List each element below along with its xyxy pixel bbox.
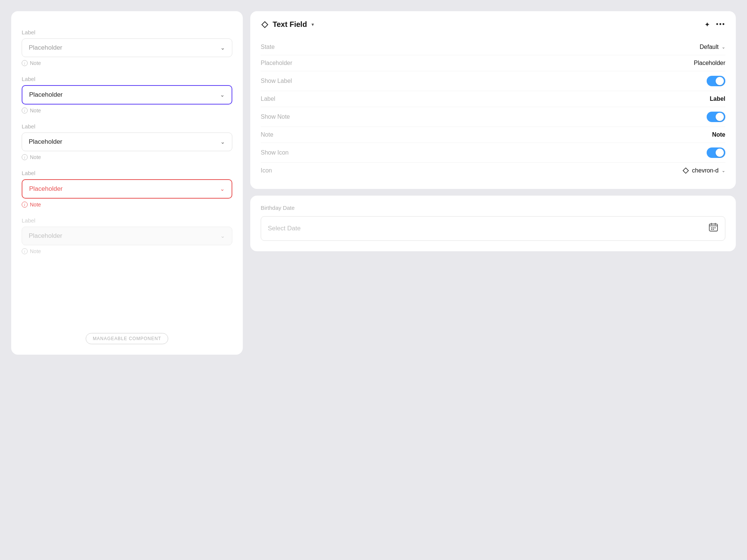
select-placeholder-1: Placeholder [29,44,62,52]
note-row-3: i Note [22,154,232,160]
panel-title-chevron-icon[interactable]: ▾ [311,22,314,27]
prop-row-state: State Default ⌄ [261,39,725,55]
prop-value-state[interactable]: Default ⌄ [700,44,725,50]
select-placeholder-5: Placeholder [29,232,62,240]
date-panel: Birthday Date Select Date [250,196,736,251]
note-text-2: Note [30,108,41,113]
prop-label-icon: Icon [261,167,309,174]
chevron-down-icon-4: ⌄ [220,186,225,192]
toggle-show-label[interactable] [707,76,725,86]
left-panel: Label Placeholder ⌄ i Note Label Placeho… [11,11,243,355]
chevron-down-icon-3: ⌄ [220,139,225,145]
field-label-3: Label [22,123,232,130]
field-group-normal: Label Placeholder ⌄ i Note [22,116,232,162]
svg-rect-7 [713,227,714,228]
note-text-5: Note [30,248,41,254]
prop-icon-diamond-icon [682,167,689,174]
manageable-badge: MANAGEABLE COMPONENT [86,333,168,344]
prop-row-show-note: Show Note [261,107,725,127]
select-placeholder-4: Placeholder [29,185,63,193]
prop-row-label: Label Label [261,91,725,107]
info-icon-1: i [22,60,28,66]
note-row-5: i Note [22,248,232,254]
svg-marker-0 [262,22,268,28]
toggle-show-note[interactable] [707,112,725,122]
toggle-show-icon[interactable] [707,147,725,158]
panel-header-actions: ✦ ••• [704,21,725,29]
select-disabled: Placeholder ⌄ [22,227,232,245]
chevron-down-icon-1: ⌄ [220,44,225,51]
field-group-active: Label Placeholder ⌄ i Note [22,69,232,115]
info-icon-3: i [22,154,28,160]
field-group-error: Label Placeholder ⌄ i Note [22,163,232,209]
date-input-row[interactable]: Select Date [261,216,725,241]
select-active[interactable]: Placeholder ⌄ [22,85,232,105]
prop-label-placeholder: Placeholder [261,60,309,66]
right-panel: Text Field ▾ ✦ ••• State Default ⌄ Place… [250,11,736,251]
note-row-1: i Note [22,60,232,66]
chevron-down-icon-2: ⌄ [220,91,225,98]
info-icon-4: i [22,202,28,208]
chevron-down-icon-5: ⌄ [220,233,225,239]
prop-row-note: Note Note [261,127,725,143]
prop-row-icon: Icon chevron-d ⌄ [261,163,725,178]
prop-value-icon[interactable]: chevron-d ⌄ [682,167,725,174]
prop-label-label: Label [261,96,309,102]
field-label-1: Label [22,29,232,35]
field-group-default: Label Placeholder ⌄ i Note [22,22,232,68]
note-text-3: Note [30,154,41,160]
select-placeholder-3: Placeholder [29,138,62,146]
date-panel-label: Birthday Date [261,205,725,211]
prop-label-note: Note [261,131,309,138]
prop-label-show-note: Show Note [261,113,309,120]
prop-value-placeholder: Placeholder [694,60,726,66]
field-group-disabled: Label Placeholder ⌄ i Note [22,211,232,256]
panel-title-group: Text Field ▾ [261,20,314,29]
svg-rect-9 [711,229,712,230]
note-row-4: i Note [22,202,232,208]
field-label-2: Label [22,76,232,82]
select-error[interactable]: Placeholder ⌄ [22,179,232,199]
svg-rect-6 [711,227,712,228]
state-chevron-icon: ⌄ [722,44,725,50]
field-label-5: Label [22,217,232,224]
move-icon[interactable]: ✦ [704,21,710,29]
select-normal[interactable]: Placeholder ⌄ [22,133,232,151]
note-text-1: Note [30,60,41,66]
prop-row-placeholder: Placeholder Placeholder [261,55,725,71]
panel-title: Text Field [273,20,307,29]
date-placeholder-text: Select Date [268,225,301,232]
prop-value-note: Note [712,131,725,138]
info-icon-5: i [22,248,28,254]
prop-label-state: State [261,44,309,50]
select-default[interactable]: Placeholder ⌄ [22,38,232,57]
svg-rect-8 [715,227,716,228]
state-value-text: Default [700,44,719,50]
note-text-4: Note [30,202,41,208]
prop-value-label: Label [710,96,725,102]
svg-marker-1 [683,168,688,173]
properties-panel: Text Field ▾ ✦ ••• State Default ⌄ Place… [250,11,736,189]
info-icon-2: i [22,108,28,113]
svg-rect-10 [713,229,714,230]
select-placeholder-2: Placeholder [29,91,63,99]
diamond-icon [261,21,269,29]
field-label-4: Label [22,170,232,176]
prop-label-show-label: Show Label [261,78,309,84]
icon-chevron-icon: ⌄ [722,168,725,173]
note-row-2: i Note [22,108,232,113]
prop-label-show-icon: Show Icon [261,149,309,156]
prop-row-show-label: Show Label [261,71,725,91]
calendar-icon [709,223,718,234]
icon-value-text: chevron-d [692,167,719,174]
panel-header: Text Field ▾ ✦ ••• [261,20,725,30]
prop-row-show-icon: Show Icon [261,143,725,163]
more-options-icon[interactable]: ••• [716,21,725,28]
